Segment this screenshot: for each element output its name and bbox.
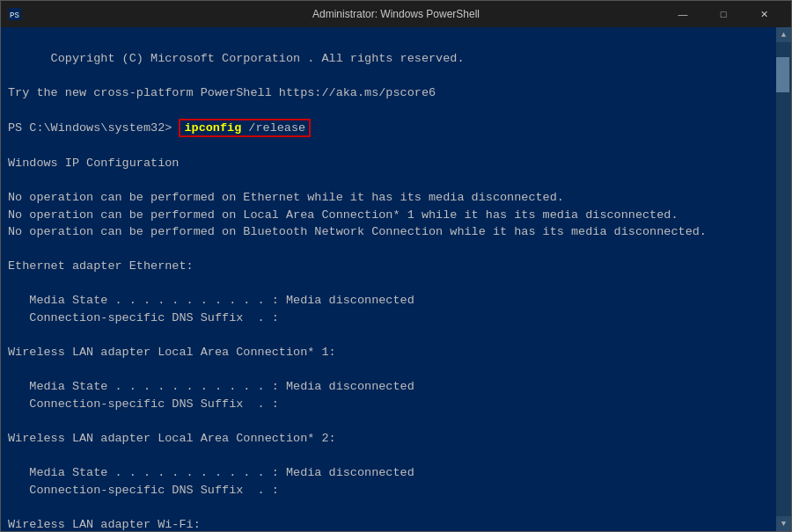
line-wlan2-dns: Connection-specific DNS Suffix . : bbox=[8, 484, 279, 497]
line-win-ip: Windows IP Configuration bbox=[8, 157, 179, 170]
powershell-icon: PS bbox=[8, 7, 22, 21]
command-keyword: ipconfig bbox=[184, 121, 241, 135]
window-controls: — □ ✕ bbox=[663, 1, 784, 27]
scrollbar-thumb[interactable] bbox=[776, 57, 789, 92]
close-button[interactable]: ✕ bbox=[744, 1, 784, 27]
scroll-up-arrow[interactable]: ▲ bbox=[776, 27, 791, 42]
maximize-button[interactable]: □ bbox=[703, 1, 744, 27]
svg-text:PS: PS bbox=[10, 11, 19, 20]
window-title: Administrator: Windows PowerShell bbox=[312, 8, 480, 20]
line-no-op-eth: No operation can be performed on Etherne… bbox=[8, 191, 564, 204]
titlebar: PS Administrator: Windows PowerShell — □… bbox=[1, 1, 791, 27]
prompt: PS C:\Windows\system32> bbox=[8, 121, 172, 135]
scrollbar[interactable]: ▲ ▼ bbox=[776, 27, 791, 531]
terminal-output: Copyright (C) Microsoft Corporation . Al… bbox=[8, 33, 784, 531]
line-eth-media: Media State . . . . . . . . . . . : Medi… bbox=[8, 294, 414, 307]
line-no-op-bt: No operation can be performed on Bluetoo… bbox=[8, 225, 707, 238]
line-eth-dns: Connection-specific DNS Suffix . : bbox=[8, 311, 279, 324]
scroll-down-arrow[interactable]: ▼ bbox=[776, 516, 791, 531]
scrollbar-track[interactable] bbox=[776, 42, 791, 516]
line-copyright: Copyright (C) Microsoft Corporation . Al… bbox=[51, 52, 465, 65]
line-wlan1-adapter: Wireless LAN adapter Local Area Connecti… bbox=[8, 346, 336, 359]
line-eth-adapter: Ethernet adapter Ethernet: bbox=[8, 259, 194, 273]
powershell-window: PS Administrator: Windows PowerShell — □… bbox=[0, 0, 792, 532]
line-wlan1-media: Media State . . . . . . . . . . . : Medi… bbox=[8, 380, 414, 393]
command-args: /release bbox=[241, 121, 305, 135]
line-wlan2-adapter: Wireless LAN adapter Local Area Connecti… bbox=[8, 432, 336, 445]
line-wlan2-media: Media State . . . . . . . . . . . : Medi… bbox=[8, 466, 414, 479]
command-box: ipconfig /release bbox=[179, 119, 311, 138]
line-pscore: Try the new cross-platform PowerShell ht… bbox=[8, 86, 436, 99]
line-wifi-adapter: Wireless LAN adapter Wi-Fi: bbox=[8, 518, 201, 531]
line-no-op-local: No operation can be performed on Local A… bbox=[8, 208, 678, 222]
terminal-body[interactable]: Copyright (C) Microsoft Corporation . Al… bbox=[1, 27, 791, 531]
minimize-button[interactable]: — bbox=[663, 1, 703, 27]
line-wlan1-dns: Connection-specific DNS Suffix . : bbox=[8, 397, 279, 411]
